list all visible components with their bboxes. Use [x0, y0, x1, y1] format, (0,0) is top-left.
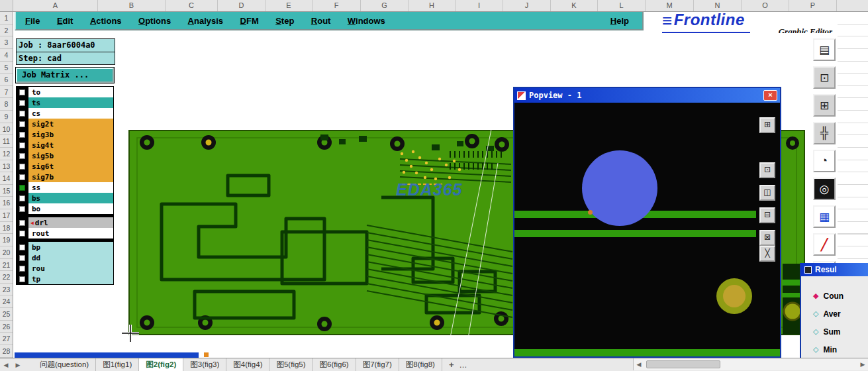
layer-row[interactable]: tp — [17, 274, 113, 284]
layer-row[interactable]: sig3b — [17, 129, 113, 140]
menu-item[interactable]: Windows — [348, 16, 385, 26]
layer-checkbox[interactable] — [19, 142, 25, 148]
layer-checkbox[interactable] — [19, 153, 25, 159]
popview-crosshair-icon[interactable]: ╳ — [759, 246, 775, 262]
row-header[interactable]: 6 — [0, 74, 13, 86]
row-header[interactable]: 12 — [0, 148, 13, 160]
layer-name-cell[interactable]: bp — [28, 242, 113, 252]
row-header[interactable]: 10 — [0, 123, 13, 136]
column-header[interactable]: J — [503, 0, 551, 11]
row-header[interactable]: 3 — [0, 36, 13, 49]
layer-checkbox[interactable] — [19, 111, 25, 117]
sheet-tab[interactable]: 图4(fig4) — [226, 358, 269, 371]
row-header[interactable]: 27 — [0, 333, 13, 345]
popview-viewport[interactable]: ⊞ ⊡ ◫ ⊟ ⊠ ╳ — [514, 103, 780, 356]
menu-item[interactable]: Rout — [311, 16, 331, 26]
layer-checkbox[interactable] — [19, 100, 25, 106]
layer-checkbox[interactable] — [19, 121, 25, 127]
layer-name-cell[interactable]: rou — [28, 263, 113, 274]
menu-item[interactable]: Options — [138, 16, 171, 26]
scroll-left-icon[interactable]: ◀ — [634, 361, 644, 368]
tabs-next-icon[interactable]: ▶ — [12, 362, 24, 368]
layer-row[interactable]: sig5b — [17, 150, 113, 161]
row-header[interactable]: 11 — [0, 135, 13, 148]
layer-row[interactable]: rout — [17, 228, 113, 238]
layer-name-cell[interactable]: sig2t — [28, 119, 113, 129]
layer-checkbox[interactable] — [19, 220, 25, 226]
layer-name-cell[interactable]: sig7b — [28, 172, 113, 182]
sheet-tab[interactable]: 图8(fig8) — [399, 358, 442, 371]
layer-row[interactable]: cs — [17, 108, 113, 119]
row-header[interactable]: 23 — [0, 284, 13, 296]
sheet-tab[interactable]: 图2(fig2) — [139, 358, 183, 371]
popview-capture-icon[interactable]: ⊞ — [759, 117, 775, 133]
layer-row[interactable]: to — [17, 87, 113, 97]
tool-page-button[interactable]: ▤ — [813, 38, 836, 61]
tool-palette-button[interactable]: ▦ — [813, 205, 836, 228]
result-item[interactable]: ◇ Min — [801, 341, 868, 358]
layer-checkbox[interactable] — [19, 185, 25, 191]
job-matrix-button[interactable]: Job Matrix ... — [16, 68, 114, 83]
popview-close-button[interactable]: × — [763, 90, 777, 101]
select-all-corner[interactable] — [0, 0, 13, 11]
tool-pan-crosshair-button[interactable]: ╬ — [813, 122, 836, 144]
row-header[interactable]: 2 — [0, 25, 13, 37]
layer-checkbox[interactable] — [19, 89, 25, 95]
layer-name-cell[interactable]: dd — [28, 252, 113, 263]
column-header[interactable]: M — [646, 0, 694, 11]
layer-checkbox[interactable] — [19, 132, 25, 138]
popview-export-icon[interactable]: ⊡ — [759, 162, 775, 178]
row-header[interactable]: 24 — [0, 295, 13, 308]
tool-target-button[interactable]: ◎ — [813, 178, 836, 200]
layer-name-cell[interactable]: ts — [28, 97, 113, 108]
row-header[interactable]: 20 — [0, 246, 13, 259]
column-header[interactable]: I — [456, 0, 503, 11]
layer-name-cell[interactable]: sig5b — [28, 150, 113, 161]
layer-row[interactable]: bp — [17, 242, 113, 252]
column-header[interactable]: K — [551, 0, 598, 11]
row-header[interactable]: 13 — [0, 160, 13, 173]
row-header[interactable]: 5 — [0, 62, 13, 74]
layer-checkbox[interactable] — [19, 164, 25, 170]
row-header[interactable]: 28 — [0, 345, 13, 358]
layer-name-cell[interactable]: tp — [28, 274, 113, 284]
add-sheet-button[interactable]: + — [449, 360, 454, 370]
column-header[interactable]: F — [313, 0, 361, 11]
row-header[interactable]: 8 — [0, 98, 13, 111]
layer-name-cell[interactable]: sig3b — [28, 129, 113, 140]
popview-cascade-icon[interactable]: ◫ — [759, 185, 775, 201]
row-header[interactable]: 17 — [0, 209, 13, 222]
menu-item[interactable]: Edit — [57, 16, 73, 26]
result-title-bar[interactable]: Resul — [801, 263, 868, 276]
row-header[interactable]: 14 — [0, 172, 13, 185]
layer-name-cell[interactable]: bs — [28, 193, 113, 203]
tab-overflow-icon[interactable]: … — [459, 360, 467, 370]
row-header[interactable]: 19 — [0, 234, 13, 246]
layer-row[interactable]: bo — [17, 203, 113, 214]
column-header[interactable]: E — [265, 0, 313, 11]
column-header[interactable]: C — [166, 0, 218, 11]
layer-name-cell[interactable]: rout — [28, 228, 113, 238]
layer-name-cell[interactable]: sig6t — [28, 161, 113, 172]
menu-item[interactable]: Analysis — [188, 16, 223, 26]
result-item[interactable]: ◇ Sum — [801, 323, 868, 341]
popview-minimize-icon[interactable]: ⊟ — [759, 207, 775, 223]
layer-checkbox[interactable] — [19, 231, 25, 237]
layer-checkbox[interactable] — [19, 244, 25, 250]
row-header[interactable]: 1 — [0, 12, 13, 25]
layer-row[interactable]: sig4t — [17, 140, 113, 150]
layer-row[interactable]: rou — [17, 263, 113, 274]
column-header[interactable]: N — [694, 0, 742, 11]
layer-name-cell[interactable]: sig4t — [28, 140, 113, 150]
layer-checkbox[interactable] — [19, 266, 25, 272]
horizontal-scrollbar[interactable]: ◀ ▶ — [633, 358, 868, 370]
popview-maximize-icon[interactable]: ⊠ — [759, 230, 775, 246]
sheet-tab[interactable]: 图1(fig1) — [96, 358, 139, 371]
row-header[interactable]: 7 — [0, 86, 13, 99]
layer-checkbox[interactable] — [19, 195, 25, 201]
row-header[interactable]: 18 — [0, 222, 13, 235]
row-header[interactable]: 15 — [0, 185, 13, 197]
layer-name-cell[interactable]: ◀drl — [28, 217, 113, 228]
tool-measure-line-button[interactable]: ╱ — [813, 233, 836, 256]
sheet-tab[interactable]: 图7(fig7) — [356, 358, 399, 371]
